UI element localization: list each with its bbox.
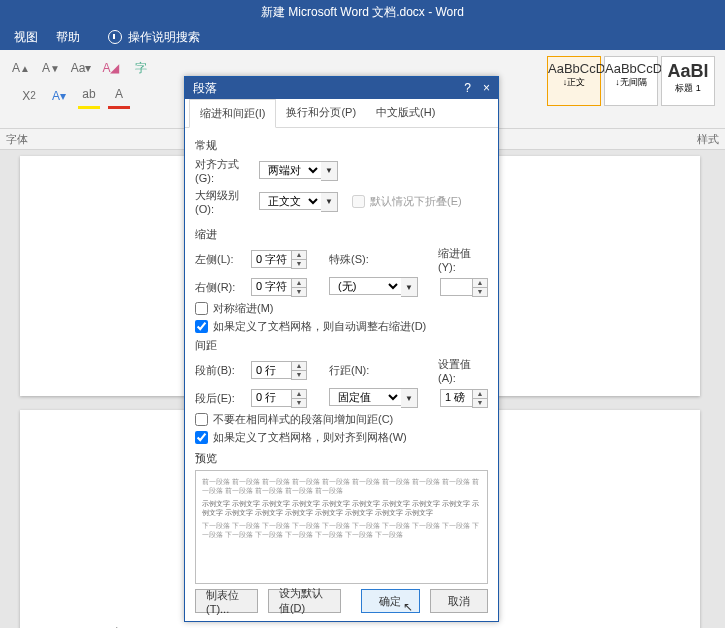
ok-button[interactable]: 确定 ↖ <box>361 589 419 613</box>
text-effects-button[interactable]: A▾ <box>48 84 70 108</box>
section-indent: 缩进 <box>195 227 488 242</box>
by-label: 缩进值(Y): <box>438 246 488 273</box>
right-indent-label: 右侧(R): <box>195 280 245 295</box>
dialog-body: 常规 对齐方式(G): 两端对齐 ▼ 大纲级别(O): 正文文本 ▼ 默认情况下… <box>185 128 498 588</box>
no-space-same-style-label: 不要在相同样式的段落间增加间距(C) <box>213 412 393 427</box>
before-label: 段前(B): <box>195 363 245 378</box>
font-group: A▲ A▼ Aa▾ A◢ 字 <box>10 56 152 80</box>
phonetic-guide-button[interactable]: 字 <box>130 56 152 80</box>
outline-label: 大纲级别(O): <box>195 188 253 215</box>
font-color-button[interactable]: A <box>108 82 130 109</box>
collapsed-checkbox <box>352 195 365 208</box>
special-indent-select[interactable]: (无) <box>329 277 401 295</box>
style-normal[interactable]: AaBbCcDc ↓正文 <box>547 56 601 106</box>
highlight-button[interactable]: ab <box>78 82 100 109</box>
cursor-icon: ↖ <box>403 600 413 614</box>
set-default-button[interactable]: 设为默认值(D) <box>268 589 341 613</box>
mirror-indent-label: 对称缩进(M) <box>213 301 274 316</box>
bulb-icon <box>108 30 122 44</box>
window-title: 新建 Microsoft Word 文档.docx - Word <box>261 5 464 19</box>
line-spacing-label: 行距(N): <box>329 363 379 378</box>
chevron-down-icon[interactable]: ▼ <box>401 388 418 408</box>
snap-grid-checkbox[interactable] <box>195 431 208 444</box>
section-spacing: 间距 <box>195 338 488 353</box>
tell-me-search[interactable]: 操作说明搜索 <box>108 29 200 46</box>
change-case-button[interactable]: Aa▾ <box>70 56 92 80</box>
superscript-button[interactable]: X2 <box>18 84 40 108</box>
dialog-close-button[interactable]: × <box>483 81 490 95</box>
dialog-title: 段落 <box>193 80 217 97</box>
auto-adjust-checkbox[interactable] <box>195 320 208 333</box>
tell-me-label: 操作说明搜索 <box>128 29 200 46</box>
no-space-same-style-checkbox[interactable] <box>195 413 208 426</box>
tab-indent-spacing[interactable]: 缩进和间距(I) <box>189 99 276 128</box>
section-preview: 预览 <box>195 451 488 466</box>
left-indent-spinner[interactable]: ▲▼ <box>251 250 307 269</box>
cancel-button[interactable]: 取消 <box>430 589 488 613</box>
chevron-down-icon[interactable]: ▼ <box>321 161 338 181</box>
tab-asian[interactable]: 中文版式(H) <box>366 99 445 127</box>
alignment-select[interactable]: 两端对齐 <box>259 161 321 179</box>
tabs-button[interactable]: 制表位(T)... <box>195 589 258 613</box>
right-indent-spinner[interactable]: ▲▼ <box>251 278 307 297</box>
style-no-spacing[interactable]: AaBbCcDc ↓无间隔 <box>604 56 658 106</box>
chevron-down-icon[interactable]: ▼ <box>401 277 418 297</box>
snap-grid-label: 如果定义了文档网格，则对齐到网格(W) <box>213 430 407 445</box>
dialog-buttons: 制表位(T)... 设为默认值(D) 确定 ↖ 取消 <box>185 589 498 613</box>
section-general: 常规 <box>195 138 488 153</box>
at-spinner[interactable]: ▲▼ <box>440 389 488 408</box>
chevron-down-icon[interactable]: ▼ <box>321 192 338 212</box>
menu-help[interactable]: 帮助 <box>56 29 80 46</box>
collapsed-label: 默认情况下折叠(E) <box>370 194 462 209</box>
preview-box: 前一段落 前一段落 前一段落 前一段落 前一段落 前一段落 前一段落 前一段落 … <box>195 470 488 584</box>
dialog-help-button[interactable]: ? <box>464 81 471 95</box>
indent-by-spinner[interactable]: ▲▼ <box>440 278 488 297</box>
ribbon-tabs: 视图 帮助 操作说明搜索 <box>0 24 725 50</box>
style-heading1[interactable]: AaBl 标题 1 <box>661 56 715 106</box>
paragraph-mark-icon: ↵ <box>110 624 119 628</box>
menu-view[interactable]: 视图 <box>14 29 38 46</box>
alignment-label: 对齐方式(G): <box>195 157 253 184</box>
outline-select[interactable]: 正文文本 <box>259 192 321 210</box>
title-bar: 新建 Microsoft Word 文档.docx - Word <box>0 0 725 24</box>
at-label: 设置值(A): <box>438 357 488 384</box>
shrink-font-button[interactable]: A▼ <box>40 56 62 80</box>
styles-gallery: AaBbCcDc ↓正文 AaBbCcDc ↓无间隔 AaBl 标题 1 <box>547 56 715 106</box>
mirror-indent-checkbox[interactable] <box>195 302 208 315</box>
clear-format-button[interactable]: A◢ <box>100 56 122 80</box>
before-spinner[interactable]: ▲▼ <box>251 361 307 380</box>
dialog-title-bar[interactable]: 段落 ? × <box>185 77 498 99</box>
after-spinner[interactable]: ▲▼ <box>251 389 307 408</box>
paragraph-dialog: 段落 ? × 缩进和间距(I) 换行和分页(P) 中文版式(H) 常规 对齐方式… <box>184 76 499 622</box>
auto-adjust-label: 如果定义了文档网格，则自动调整右缩进(D) <box>213 319 426 334</box>
tab-line-page[interactable]: 换行和分页(P) <box>276 99 366 127</box>
special-label: 特殊(S): <box>329 252 379 267</box>
font-group-2: X2 A▾ ab A <box>18 82 130 109</box>
after-label: 段后(E): <box>195 391 245 406</box>
line-spacing-select[interactable]: 固定值 <box>329 388 401 406</box>
font-group-label: 字体 <box>6 132 28 147</box>
styles-group-label: 样式 <box>697 132 719 147</box>
grow-font-button[interactable]: A▲ <box>10 56 32 80</box>
dialog-tabs: 缩进和间距(I) 换行和分页(P) 中文版式(H) <box>185 99 498 128</box>
left-indent-label: 左侧(L): <box>195 252 245 267</box>
